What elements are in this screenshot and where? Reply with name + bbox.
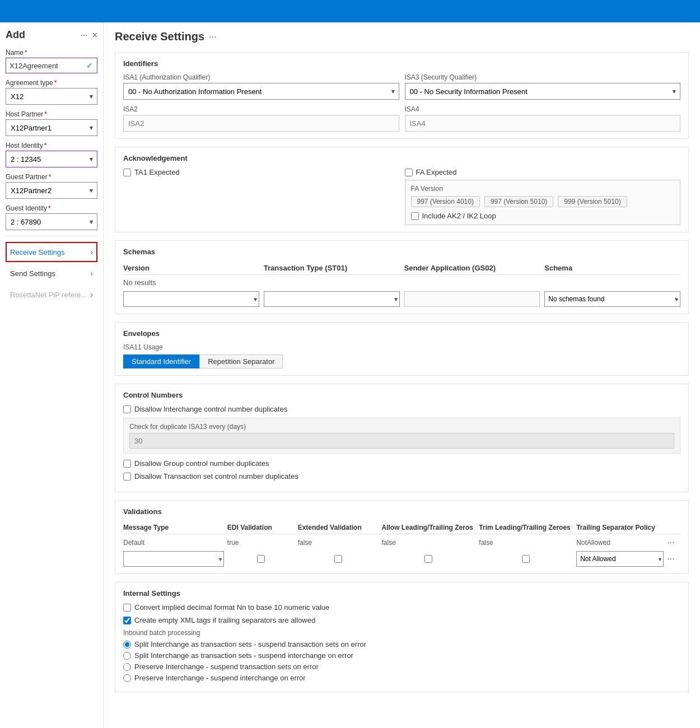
interchange-duplicates-checkbox[interactable] <box>123 405 131 413</box>
val-trim-leading-checkbox[interactable] <box>522 555 530 563</box>
guest-identity-field-group: Guest Identity* 2 : 67890 ▾ <box>6 204 97 230</box>
schemas-schema-select[interactable]: No schemas found <box>544 291 680 307</box>
include-ak2-text: Include AK2 / IK2 Loop <box>422 212 496 220</box>
internal-settings-section: Internal Settings Convert implied decima… <box>115 582 689 692</box>
host-partner-select[interactable]: X12Partner1 <box>6 119 97 136</box>
isa1-field: ISA1 (Authorization Qualifier) 00 - No A… <box>123 73 399 100</box>
create-xml-label: Create empty XML tags if trailing separa… <box>134 616 315 624</box>
content-more-button[interactable]: ··· <box>209 32 216 42</box>
agreement-type-select[interactable]: X12 <box>6 88 97 105</box>
sidebar-item-rosettanet[interactable]: RosettaNet PiP refere... › <box>6 284 97 305</box>
host-identity-select[interactable]: 2 : 12345 <box>6 151 97 167</box>
isa3-field: ISA3 (Security Qualifier) 00 - No Securi… <box>405 73 681 100</box>
validations-data-row: Default true false false false NotAllowe… <box>123 538 680 548</box>
acknowledgement-grid: TA1 Expected FA Expected FA Version 997 … <box>123 168 680 225</box>
schemas-transaction-select[interactable] <box>264 291 400 307</box>
ta1-checkbox[interactable] <box>123 169 131 176</box>
include-ak2-checkbox[interactable] <box>411 212 419 220</box>
repetition-separator-toggle[interactable]: Repetition Separator <box>199 354 283 368</box>
schemas-sender-input[interactable] <box>404 291 540 307</box>
envelopes-title: Envelopes <box>123 329 680 338</box>
host-partner-field-group: Host Partner* X12Partner1 ▾ <box>6 110 97 136</box>
host-partner-label: Host Partner* <box>6 110 97 118</box>
schemas-version-select[interactable] <box>123 291 259 307</box>
sidebar-more-button[interactable]: ··· <box>80 30 87 40</box>
isa1-label: ISA1 (Authorization Qualifier) <box>123 73 399 81</box>
fa-field: FA Expected FA Version 997 (Version 4010… <box>405 168 681 225</box>
fa-version-4010-button[interactable]: 997 (Version 4010) <box>411 196 480 207</box>
acknowledgement-title: Acknowledgement <box>123 154 680 162</box>
group-duplicates-label: Disallow Group control number duplicates <box>134 459 269 468</box>
schemas-col-sender-app: Sender Application (GS02) <box>404 264 540 272</box>
host-identity-label: Host Identity* <box>6 142 97 150</box>
val-col-trim-leading: Trim Leading/Trailing Zeroes <box>479 524 573 531</box>
fa-version-box: FA Version 997 (Version 4010) 997 (Versi… <box>405 180 681 225</box>
transaction-duplicates-checkbox[interactable] <box>123 473 131 480</box>
isa2-input[interactable] <box>123 115 399 132</box>
convert-decimal-checkbox[interactable] <box>123 604 131 612</box>
guest-partner-field-group: Guest Partner* X12Partner2 ▾ <box>6 173 97 199</box>
radio-preserve-suspend-interchange-label: Preserve Interchange - suspend interchan… <box>134 674 306 682</box>
content-header: Receive Settings ··· <box>115 30 689 43</box>
schemas-col-schema: Schema <box>544 264 680 272</box>
batch-processing-label: Inbound batch processing <box>123 629 680 637</box>
schemas-section: Schemas Version Transaction Type (ST01) … <box>115 240 689 314</box>
val-col-trailing-sep: Trailing Separator Policy <box>576 524 664 531</box>
val-row-more-button[interactable]: ··· <box>667 538 680 548</box>
fa-checkbox[interactable] <box>405 169 413 176</box>
schemas-input-row: ▾ ▾ No schemas found ▾ <box>123 291 680 307</box>
name-input[interactable] <box>6 58 97 73</box>
group-duplicates-check: Disallow Group control number duplicates <box>123 459 680 468</box>
radio-preserve-suspend-interchange-input[interactable] <box>123 674 131 682</box>
acknowledgement-section: Acknowledgement TA1 Expected FA Expected… <box>115 147 689 232</box>
val-trailing-sep-select[interactable]: Not Allowed <box>576 551 664 567</box>
isa13-input[interactable] <box>129 433 674 449</box>
val-col-allow-leading: Allow Leading/Trailing Zeros <box>382 524 476 531</box>
group-duplicates-checkbox[interactable] <box>123 460 131 468</box>
fa-version-5010-997-button[interactable]: 997 (Version 5010) <box>484 196 553 207</box>
validations-title: Validations <box>123 507 680 516</box>
create-xml-checkbox[interactable] <box>123 617 131 624</box>
interchange-duplicates-check: Disallow Interchange control number dupl… <box>123 405 680 413</box>
agreement-type-field-group: Agreement type* X12 ▾ <box>6 79 97 105</box>
schemas-col-version: Version <box>123 264 259 272</box>
isa3-select[interactable]: 00 - No Security Information Present <box>405 83 681 100</box>
create-xml-check: Create empty XML tags if trailing separa… <box>123 616 680 624</box>
fa-version-5010-999-button[interactable]: 999 (Version 5010) <box>558 196 627 207</box>
val-col-message-type: Message Type <box>123 524 224 531</box>
radio-preserve-suspend-sets-input[interactable] <box>123 663 131 671</box>
sidebar-item-receive-settings[interactable]: Receive Settings › <box>6 242 97 262</box>
val-message-type-value: Default <box>123 539 224 547</box>
val-allow-leading-checkbox[interactable] <box>424 555 432 563</box>
sidebar-close-button[interactable]: × <box>92 30 97 40</box>
identifiers-title: Identifiers <box>123 59 680 68</box>
val-ext-checkbox[interactable] <box>334 555 342 563</box>
ta1-label-text: TA1 Expected <box>134 168 180 176</box>
radio-split-suspend-sets-input[interactable] <box>123 641 131 648</box>
sidebar-actions: ··· × <box>80 30 97 40</box>
val-ext-validation-value: false <box>298 539 379 547</box>
isa4-input[interactable] <box>405 115 681 132</box>
fa-checkbox-label[interactable]: FA Expected <box>405 168 681 176</box>
identifiers-grid: ISA1 (Authorization Qualifier) 00 - No A… <box>123 73 680 132</box>
receive-settings-arrow-icon: › <box>90 248 93 256</box>
guest-partner-label: Guest Partner* <box>6 173 97 181</box>
validations-input-row: ▾ Not Allowed ▾ <box>123 551 680 567</box>
fa-label-text: FA Expected <box>416 168 457 176</box>
isa2-label: ISA2 <box>123 105 399 113</box>
include-ak2-label[interactable]: Include AK2 / IK2 Loop <box>411 212 675 220</box>
val-edi-checkbox[interactable] <box>257 555 265 563</box>
top-bar <box>0 0 700 22</box>
standard-identifier-toggle[interactable]: Standard Identifier <box>123 354 199 368</box>
val-message-type-select[interactable] <box>123 551 224 567</box>
val-input-row-more-button[interactable]: ··· <box>667 554 680 564</box>
guest-partner-select[interactable]: X12Partner2 <box>6 182 97 199</box>
sidebar-item-send-settings[interactable]: Send Settings › <box>6 263 97 283</box>
radio-split-suspend-interchange-input[interactable] <box>123 652 131 660</box>
isa4-label: ISA4 <box>405 105 681 113</box>
sidebar-header: Add ··· × <box>6 29 97 41</box>
ta1-checkbox-label[interactable]: TA1 Expected <box>123 168 399 176</box>
guest-identity-select[interactable]: 2 : 67890 <box>6 213 97 230</box>
isa1-select[interactable]: 00 - No Authorization Information Presen… <box>123 83 399 100</box>
radio-split-suspend-interchange: Split Interchange as transaction sets - … <box>123 651 680 660</box>
